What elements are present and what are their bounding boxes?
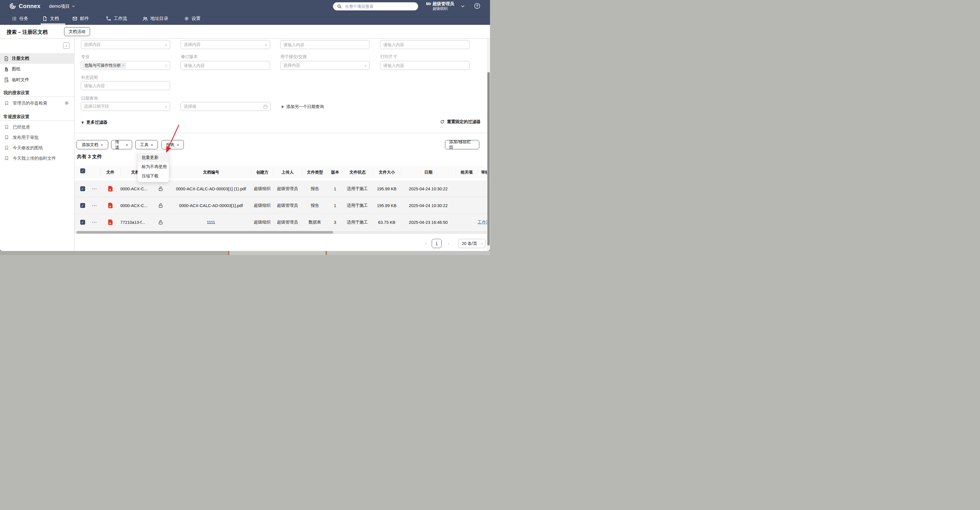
- date-value-picker[interactable]: 选择值: [181, 102, 271, 111]
- header-select-all[interactable]: ✓: [76, 168, 89, 176]
- reset-pinned-filters-button[interactable]: 重置固定的过滤器: [440, 119, 480, 124]
- doc-activity-button[interactable]: 文档活动: [64, 27, 90, 36]
- header-uploader[interactable]: 上传人: [273, 168, 302, 176]
- menu-item-mark-obsolete[interactable]: 标为不再使用: [138, 162, 169, 171]
- app-window: Connex demo项目 在整个项目搜索 Mr 超级管理员 超级组织 ?: [0, 0, 490, 251]
- help-icon[interactable]: ?: [474, 3, 480, 9]
- chevron-down-icon: ∨: [151, 143, 153, 147]
- header-number[interactable]: 文档编号: [170, 168, 251, 176]
- header-file[interactable]: 文件: [100, 168, 120, 176]
- header-date[interactable]: 日期: [401, 168, 456, 176]
- filter-print-size-input[interactable]: [380, 61, 469, 70]
- file-cell[interactable]: A: [100, 203, 120, 208]
- header-status[interactable]: 文件状态: [342, 168, 372, 176]
- doc-number-cell: 1111: [170, 220, 251, 225]
- filter-input-1[interactable]: [280, 40, 370, 49]
- button-label: 添加文档: [82, 142, 99, 148]
- file-cell[interactable]: A: [100, 186, 120, 191]
- header-type[interactable]: 文件类型: [302, 168, 328, 176]
- filter-select-1[interactable]: 选择内容∨: [81, 40, 170, 49]
- more-filters-toggle[interactable]: ∨ 更多过滤器: [81, 120, 107, 125]
- filter-revision-input[interactable]: [181, 61, 270, 70]
- user-menu[interactable]: Mr 超级管理员 超级组织: [420, 1, 460, 11]
- user-chevron-down-icon[interactable]: [461, 4, 465, 8]
- tab-documents[interactable]: 文档: [42, 13, 59, 25]
- page-size-select[interactable]: 20 条/页 ∨: [458, 239, 486, 248]
- row-select[interactable]: ✓: [76, 220, 89, 225]
- horizontal-scrollbar-thumb[interactable]: [76, 231, 333, 234]
- transfer-button[interactable]: 传送∨: [111, 140, 132, 149]
- global-search-input[interactable]: 在整个项目搜索: [333, 2, 418, 10]
- project-chevron-down-icon[interactable]: [72, 4, 75, 8]
- row-actions-menu[interactable]: ⋯: [89, 186, 100, 192]
- chevron-down-icon: ∨: [165, 64, 167, 68]
- filter-select-2[interactable]: 选择内容∨: [181, 40, 270, 49]
- button-label: 报表: [166, 142, 174, 148]
- saved-search-admin[interactable]: 管理员的存盘检索: [0, 98, 74, 108]
- checkbox-checked[interactable]: ✓: [80, 203, 85, 208]
- sidebar-item-drawings[interactable]: A 图纸: [0, 64, 74, 75]
- header-related[interactable]: 相关项: [456, 168, 477, 176]
- temp-file-icon: [3, 77, 9, 83]
- button-label: 传送: [115, 139, 124, 150]
- desktop-segment: [229, 251, 326, 255]
- saved-search-gear-icon[interactable]: [64, 100, 69, 106]
- menu-item-zip-download[interactable]: 压缩下载: [138, 171, 169, 180]
- logo-text: Connex: [19, 3, 40, 10]
- divider: [0, 96, 74, 97]
- project-selector[interactable]: demo项目: [49, 3, 70, 10]
- page-next-button[interactable]: ›: [447, 241, 449, 246]
- app-logo[interactable]: Connex: [9, 3, 40, 10]
- row-select[interactable]: ✓: [76, 203, 89, 208]
- header-creator[interactable]: 创建方: [251, 168, 273, 176]
- status-cell: 适用于施工: [342, 220, 372, 225]
- filter-supplement-input[interactable]: [81, 81, 170, 90]
- filter-input-2[interactable]: [380, 40, 469, 49]
- date-field-select[interactable]: 选择日期字段∨: [81, 102, 170, 111]
- menu-item-batch-update[interactable]: 批量更新: [138, 153, 169, 162]
- sidebar-item-registered-docs[interactable]: 注册文档: [0, 53, 74, 64]
- button-label: 工具: [140, 142, 148, 148]
- tab-tasks[interactable]: 任务: [11, 13, 28, 25]
- row-actions-menu[interactable]: ⋯: [89, 202, 100, 209]
- unlocked-icon: [158, 203, 170, 209]
- page-number-button[interactable]: 1: [432, 239, 442, 248]
- row-select[interactable]: ✓: [76, 186, 89, 191]
- tab-workflow[interactable]: 工作流: [106, 13, 127, 25]
- file-cell[interactable]: A: [100, 220, 120, 225]
- sidebar-collapse-button[interactable]: ‹: [63, 43, 70, 49]
- label-revision: 修订版本: [181, 54, 198, 59]
- document-icon: [42, 16, 48, 21]
- header-size[interactable]: 文件大小: [372, 168, 401, 176]
- drawings-pdf-icon: A: [3, 67, 9, 72]
- add-date-query-button[interactable]: + 添加另一个日期查询: [281, 104, 324, 110]
- tab-mail[interactable]: 邮件: [72, 13, 89, 25]
- header-version[interactable]: 版本: [328, 168, 342, 176]
- saved-search-my-temp-uploads[interactable]: 今天我上传的临时文件: [0, 153, 74, 163]
- add-document-button[interactable]: 添加文档∨: [76, 140, 108, 149]
- filter-major-multiselect[interactable]: 危险与可操作性分析 × ∨: [81, 61, 170, 70]
- tab-address-book[interactable]: 地址目录: [142, 13, 168, 25]
- checkbox-checked[interactable]: ✓: [80, 186, 85, 191]
- sidebar-item-label: 注册文档: [12, 56, 29, 61]
- page-prev-button[interactable]: ‹: [425, 241, 427, 246]
- checkbox-checked[interactable]: ✓: [80, 168, 85, 173]
- checkbox-checked[interactable]: ✓: [80, 220, 85, 225]
- saved-search-modified-drawings[interactable]: 今天修改的图纸: [0, 143, 74, 153]
- size-cell: 195.99 KB: [372, 203, 401, 208]
- tools-button[interactable]: 工具∨: [135, 140, 158, 149]
- chevron-down-icon: ∨: [177, 143, 179, 147]
- sidebar-item-temp-files[interactable]: 临时文件: [0, 75, 74, 85]
- saved-search-published[interactable]: 发布用于审批: [0, 132, 74, 143]
- add-remove-columns-button[interactable]: 添加/移除栏目: [445, 140, 479, 149]
- version-cell: 1: [328, 203, 342, 208]
- doc-name-cell: 77210a13-f...: [120, 220, 158, 225]
- saved-search-approved[interactable]: 已经批准: [0, 122, 74, 132]
- reports-button[interactable]: 报表∨: [161, 140, 184, 149]
- row-actions-menu[interactable]: ⋯: [89, 219, 100, 225]
- vertical-scrollbar-thumb[interactable]: [487, 72, 490, 245]
- select-placeholder: 选择内容: [84, 42, 101, 47]
- tag-remove-icon[interactable]: ×: [123, 64, 124, 68]
- filter-handover-select[interactable]: 选择内容∨: [280, 61, 370, 70]
- tab-settings[interactable]: 设置: [184, 13, 200, 25]
